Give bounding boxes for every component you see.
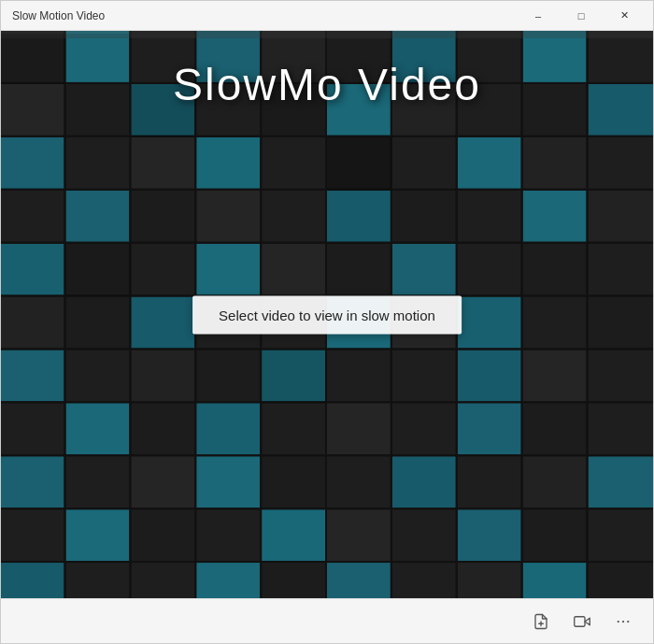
svg-rect-104 (65, 563, 129, 598)
svg-rect-41 (523, 191, 587, 242)
svg-rect-135 (327, 137, 391, 191)
title-bar: Slow Motion Video – □ ✕ (1, 1, 653, 31)
svg-rect-66 (196, 350, 260, 401)
svg-rect-24 (65, 137, 129, 189)
svg-rect-61 (523, 297, 587, 349)
svg-rect-37 (262, 191, 325, 242)
svg-rect-49 (392, 244, 456, 295)
svg-rect-99 (392, 509, 456, 561)
more-options-button[interactable] (604, 605, 642, 638)
svg-rect-110 (458, 563, 521, 598)
svg-rect-43 (1, 244, 64, 295)
svg-rect-52 (589, 244, 653, 295)
svg-rect-103 (1, 563, 64, 598)
svg-rect-79 (392, 403, 456, 454)
camera-button[interactable] (563, 605, 601, 638)
svg-rect-132 (1, 31, 653, 38)
svg-rect-109 (392, 563, 456, 598)
svg-rect-88 (327, 456, 391, 508)
svg-rect-72 (589, 350, 653, 401)
svg-rect-89 (392, 456, 456, 508)
svg-rect-111 (523, 563, 587, 598)
svg-rect-92 (589, 456, 653, 508)
svg-rect-47 (262, 244, 325, 295)
svg-rect-87 (262, 456, 325, 508)
more-icon (615, 613, 632, 630)
svg-rect-75 (131, 403, 194, 454)
svg-rect-50 (458, 244, 521, 295)
svg-rect-80 (458, 403, 521, 454)
title-bar-controls: – □ ✕ (517, 1, 646, 31)
svg-rect-102 (589, 509, 653, 561)
select-video-prompt: Select video to view in slow motion (192, 295, 462, 334)
svg-rect-33 (1, 191, 64, 242)
svg-rect-39 (392, 191, 456, 242)
svg-rect-86 (196, 456, 260, 508)
app-window: Slow Motion Video – □ ✕ (0, 0, 654, 644)
svg-rect-137 (262, 350, 326, 403)
svg-rect-40 (458, 191, 521, 242)
svg-rect-45 (131, 244, 194, 295)
app-title: SlowMo Video (1, 59, 653, 110)
svg-rect-70 (458, 350, 521, 401)
svg-rect-65 (131, 350, 194, 401)
svg-rect-42 (589, 191, 653, 242)
svg-rect-105 (131, 563, 194, 598)
close-button[interactable]: ✕ (603, 1, 646, 31)
svg-rect-35 (131, 191, 194, 242)
svg-rect-136 (65, 244, 130, 297)
svg-rect-53 (1, 297, 64, 349)
svg-rect-83 (1, 456, 64, 508)
svg-rect-98 (327, 509, 391, 561)
svg-rect-38 (327, 191, 391, 242)
svg-rect-96 (196, 509, 260, 561)
svg-rect-101 (523, 509, 587, 561)
svg-rect-76 (196, 403, 260, 454)
svg-rect-25 (131, 137, 194, 189)
svg-rect-100 (458, 509, 521, 561)
svg-rect-77 (262, 403, 325, 454)
svg-rect-68 (327, 350, 391, 401)
svg-rect-90 (458, 456, 521, 508)
svg-rect-140 (575, 616, 585, 626)
svg-rect-23 (1, 137, 64, 189)
svg-rect-82 (589, 403, 653, 454)
maximize-button[interactable]: □ (560, 1, 603, 31)
svg-rect-64 (65, 350, 129, 401)
svg-rect-73 (1, 403, 64, 454)
svg-rect-112 (589, 563, 653, 598)
svg-rect-94 (65, 509, 129, 561)
svg-rect-85 (131, 456, 194, 508)
svg-rect-108 (327, 563, 391, 598)
svg-rect-36 (196, 191, 260, 242)
svg-rect-46 (196, 244, 260, 295)
svg-rect-95 (131, 509, 194, 561)
svg-rect-63 (1, 350, 64, 401)
file-open-icon (533, 613, 549, 630)
main-content: SlowMo Video Select video to view in slo… (1, 31, 653, 598)
svg-rect-107 (262, 563, 325, 598)
svg-rect-55 (131, 297, 194, 349)
svg-rect-78 (327, 403, 391, 454)
svg-rect-69 (392, 350, 456, 401)
svg-rect-93 (1, 509, 64, 561)
svg-rect-84 (65, 456, 129, 508)
svg-rect-34 (65, 191, 129, 242)
window-title: Slow Motion Video (12, 9, 105, 22)
svg-rect-26 (196, 137, 260, 189)
svg-rect-97 (262, 509, 325, 561)
svg-rect-32 (589, 137, 653, 189)
svg-rect-106 (196, 563, 260, 598)
title-bar-left: Slow Motion Video (12, 9, 105, 22)
svg-rect-30 (458, 137, 521, 189)
open-file-button[interactable] (522, 605, 560, 638)
svg-rect-31 (523, 137, 587, 189)
svg-rect-62 (589, 297, 653, 349)
svg-rect-60 (458, 297, 521, 349)
svg-point-143 (627, 620, 629, 622)
svg-rect-48 (327, 244, 391, 295)
svg-rect-29 (392, 137, 456, 189)
svg-point-142 (622, 620, 624, 622)
minimize-button[interactable]: – (517, 1, 560, 31)
camera-icon (574, 613, 590, 630)
